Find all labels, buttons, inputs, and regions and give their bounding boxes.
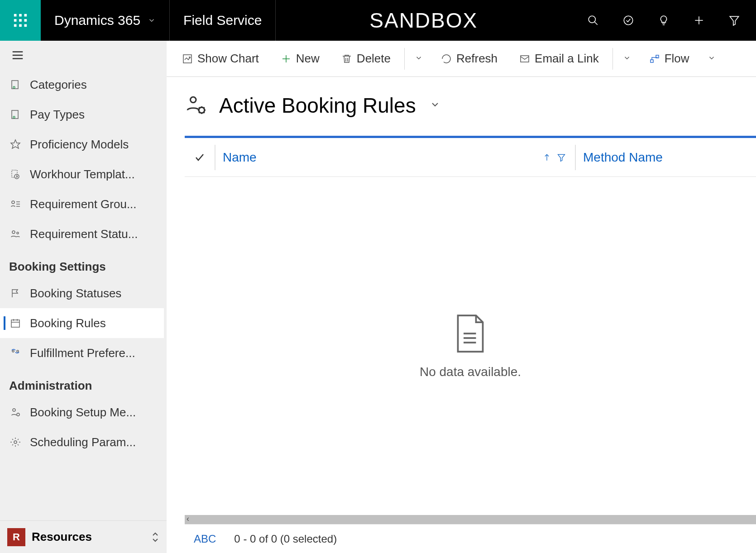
sidebar-item-label: Booking Setup Me... (30, 405, 136, 420)
cmd-email-dropdown[interactable] (616, 54, 638, 64)
search-icon (587, 14, 599, 26)
alphabet-filter[interactable]: ABC (194, 533, 216, 545)
view-header: Active Booking Rules (167, 77, 756, 127)
lightbulb-icon (658, 14, 670, 26)
sidebar-toggle[interactable] (0, 41, 167, 70)
avatar: R (7, 528, 25, 546)
email-icon (519, 53, 530, 64)
sidebar-item-booking-statuses[interactable]: Booking Statuses (0, 278, 164, 308)
sidebar-item-label: Requirement Grou... (30, 197, 137, 211)
sidebar: Categories Pay Types Proficiency Models … (0, 41, 167, 553)
cmd-show-chart[interactable]: Show Chart (171, 41, 270, 76)
area-switcher-button[interactable] (151, 531, 159, 543)
nav-group-administration: Administration (0, 368, 164, 397)
top-nav-bar: Dynamics 365 Field Service SANDBOX (0, 0, 756, 41)
sidebar-item-label: Booking Rules (30, 316, 106, 330)
sidebar-item-categories[interactable]: Categories (0, 70, 164, 100)
column-label: Method Name (583, 150, 663, 165)
sidebar-item-proficiency-models[interactable]: Proficiency Models (0, 129, 164, 159)
task-checker-button[interactable] (612, 0, 645, 41)
svg-marker-14 (730, 16, 739, 25)
cmd-label: Refresh (456, 52, 498, 66)
column-header-method-name[interactable]: Method Name (575, 145, 756, 170)
waffle-icon (13, 13, 28, 28)
cmd-new[interactable]: New (270, 41, 330, 76)
horizontal-scrollbar[interactable] (185, 515, 756, 524)
svg-point-51 (191, 97, 196, 103)
environment-label: SANDBOX (276, 0, 571, 41)
people-gear-icon (185, 94, 207, 117)
cmd-flow[interactable]: Flow (638, 41, 700, 76)
app-launcher-button[interactable] (0, 0, 41, 41)
refresh-icon (441, 53, 452, 64)
sidebar-item-requirement-groups[interactable]: Requirement Grou... (0, 189, 164, 219)
svg-rect-0 (14, 14, 17, 17)
chevron-up-down-icon (151, 531, 159, 543)
nav-group-booking-settings: Booking Settings (0, 249, 164, 278)
document-icon (9, 78, 22, 91)
add-button[interactable] (683, 0, 715, 41)
main-content: Show Chart New Delete Refresh Email a Li… (167, 41, 756, 553)
person-list-icon (9, 198, 22, 210)
divider (404, 48, 405, 70)
svg-point-39 (17, 413, 19, 416)
cmd-delete-dropdown[interactable] (407, 54, 430, 64)
trash-icon (341, 53, 352, 64)
top-icon-bar (571, 0, 756, 41)
sidebar-item-requirement-statuses[interactable]: Requirement Statu... (0, 219, 164, 249)
gear-icon (9, 436, 22, 448)
sidebar-item-workhour-templates[interactable]: Workhour Templat... (0, 159, 164, 189)
sidebar-item-label: Proficiency Models (30, 138, 129, 152)
svg-rect-1 (19, 14, 22, 17)
svg-rect-4 (19, 19, 22, 22)
chevron-down-icon (415, 54, 423, 62)
svg-point-11 (624, 16, 633, 25)
people-icon (9, 228, 22, 240)
select-all-checkbox[interactable] (185, 152, 215, 163)
sidebar-item-scheduling-parameters[interactable]: Scheduling Param... (0, 427, 164, 457)
cmd-email-link[interactable]: Email a Link (508, 41, 610, 76)
funnel-icon[interactable] (557, 153, 566, 162)
sidebar-item-label: Pay Types (30, 108, 85, 122)
svg-rect-3 (14, 19, 17, 22)
flow-icon (649, 53, 660, 64)
command-bar: Show Chart New Delete Refresh Email a Li… (167, 41, 756, 77)
clock-document-icon (9, 168, 22, 181)
cmd-label: New (296, 52, 320, 66)
help-button[interactable] (647, 0, 680, 41)
svg-rect-7 (19, 24, 22, 27)
person-gear-icon (9, 406, 22, 419)
filter-button[interactable] (718, 0, 751, 41)
svg-rect-6 (14, 24, 17, 27)
plus-icon (693, 14, 705, 26)
svg-rect-49 (651, 60, 653, 62)
paging-info: 0 - 0 of 0 (0 selected) (234, 533, 337, 545)
cmd-refresh[interactable]: Refresh (430, 41, 508, 76)
brand-dropdown[interactable]: Dynamics 365 (41, 0, 170, 41)
people-sync-icon (9, 347, 22, 359)
svg-point-29 (12, 231, 15, 234)
sidebar-item-pay-types[interactable]: Pay Types (0, 100, 164, 129)
module-label: Field Service (183, 13, 262, 28)
module-button[interactable]: Field Service (170, 0, 276, 41)
brand-label: Dynamics 365 (54, 13, 140, 28)
view-selector-dropdown[interactable] (428, 97, 442, 114)
svg-point-30 (17, 232, 19, 234)
plus-icon (281, 53, 292, 64)
sidebar-item-fulfillment-preferences[interactable]: Fulfillment Prefere... (0, 338, 164, 368)
chevron-down-icon (430, 99, 440, 110)
search-button[interactable] (577, 0, 609, 41)
cmd-label: Delete (357, 52, 391, 66)
cmd-delete[interactable]: Delete (330, 41, 402, 76)
sidebar-item-booking-rules[interactable]: Booking Rules (0, 308, 164, 338)
flag-icon (9, 287, 22, 300)
svg-point-38 (13, 409, 15, 411)
column-header-name[interactable]: Name (215, 145, 575, 170)
cmd-flow-dropdown[interactable] (700, 54, 723, 64)
sort-up-icon[interactable] (542, 153, 551, 162)
sidebar-item-booking-setup-metadata[interactable]: Booking Setup Me... (0, 397, 164, 427)
document-icon (452, 313, 488, 354)
sidebar-item-label: Fulfillment Prefere... (30, 346, 135, 360)
check-icon (194, 152, 205, 163)
sidebar-item-label: Workhour Templat... (30, 167, 135, 181)
